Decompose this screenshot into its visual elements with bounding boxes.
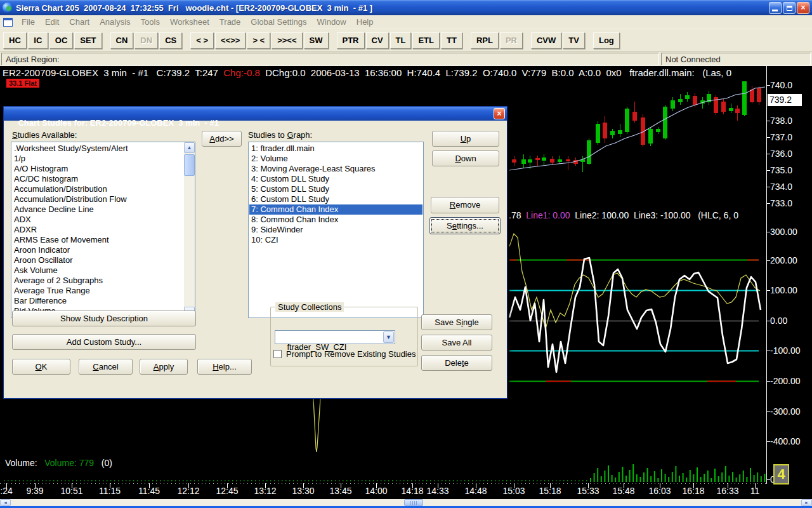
toolbar-button-sw[interactable]: SW (304, 32, 329, 49)
menu-item-trade[interactable]: Trade (214, 16, 246, 28)
toolbar-button-etl[interactable]: ETL (412, 32, 440, 49)
toolbar-button-tv[interactable]: TV (563, 32, 585, 49)
up-button[interactable]: Up (432, 131, 499, 147)
down-button[interactable]: Down (432, 150, 499, 166)
time-axis-label: 10:51 (56, 486, 87, 496)
time-axis-label: 14:00 (361, 486, 391, 496)
study-item[interactable]: .Worksheet Study/System/Alert (12, 144, 184, 154)
ok-button[interactable]: OK (12, 359, 70, 375)
toolbar-button-set[interactable]: SET (74, 32, 102, 49)
menu-item-chart[interactable]: Chart (64, 16, 95, 28)
menu-item-edit[interactable]: Edit (40, 16, 64, 28)
axis-label: -100.00 (770, 345, 800, 356)
dialog-close-button[interactable]: × (494, 108, 505, 119)
graph-study-item[interactable]: 4: Custom DLL Study (249, 174, 422, 184)
toolbar-button-ic[interactable]: IC (28, 32, 48, 49)
study-item[interactable]: ARMS Ease of Movement (12, 235, 184, 245)
save-all-button[interactable]: Save All (421, 335, 492, 351)
toolbar-button-cv[interactable]: CV (366, 32, 389, 49)
toolbar-button-x[interactable]: >><< (272, 32, 302, 49)
menu-item-window[interactable]: Window (312, 16, 351, 28)
study-item[interactable]: Average True Range (12, 286, 184, 296)
axis-label: 300.00 (770, 227, 797, 237)
toolbar-button-hc[interactable]: HC (3, 32, 27, 49)
collection-combo[interactable]: ftrader_SW_CZI ▼ (275, 330, 395, 344)
toolbar-button-log[interactable]: Log (593, 32, 620, 49)
study-collections-legend: Study Collections (275, 302, 344, 312)
menu-item-help[interactable]: Help (351, 16, 379, 28)
graph-study-item[interactable]: 5: Custom DLL Study (249, 184, 422, 194)
restore-icon (787, 6, 792, 11)
graph-study-item[interactable]: 8: Commod Chan Index (249, 215, 422, 225)
toolbar-button-oc[interactable]: OC (49, 32, 74, 49)
study-item[interactable]: Average of 2 Subgraphs (12, 276, 184, 286)
toolbar-button-tl[interactable]: TL (390, 32, 412, 49)
study-item[interactable]: Aroon Oscillator (12, 255, 184, 265)
listbox-scrollbar[interactable]: ▲ ▼ (184, 142, 195, 318)
cancel-button[interactable]: Cancel (79, 359, 133, 375)
save-single-button[interactable]: Save Single (421, 314, 492, 330)
graph-study-item[interactable]: 9: SideWinder (249, 225, 422, 235)
menu-item-global-settings[interactable]: Global Settings (246, 16, 311, 28)
help-button[interactable]: Help... (197, 359, 252, 375)
study-item[interactable]: AC/DC histogram (12, 174, 184, 184)
scroll-up-button[interactable]: ▲ (184, 142, 195, 153)
hscroll-thumb[interactable] (404, 499, 423, 506)
toolbar-button-cs[interactable]: CS (159, 32, 182, 49)
mdi-child-icon[interactable] (3, 18, 13, 27)
remove-button[interactable]: Remove (431, 197, 499, 213)
apply-button[interactable]: Apply (140, 359, 188, 375)
toolbar-button-cvw[interactable]: CVW (531, 32, 561, 49)
toolbar-button-ptr[interactable]: PTR (337, 32, 365, 49)
studies-available-label: Studies Available: (12, 130, 77, 140)
settings-button[interactable]: Settings... (429, 217, 501, 234)
restore-button[interactable] (783, 2, 796, 14)
hscroll-left-button[interactable]: ◄ (0, 499, 11, 506)
arrow-up-icon: ▲ (187, 145, 192, 150)
study-item[interactable]: ADX (12, 215, 184, 225)
study-item[interactable]: 1/p (12, 154, 184, 164)
minimize-button[interactable] (769, 2, 782, 14)
graph-study-item[interactable]: 3: Moving Average-Least Squares (249, 164, 422, 174)
toolbar-button-x[interactable]: > < (247, 32, 270, 49)
study-item[interactable]: Accumulation/Distribution Flow (12, 194, 184, 204)
toolbar-button-x[interactable]: <<>> (215, 32, 246, 49)
menu-item-tools[interactable]: Tools (136, 16, 165, 28)
study-item[interactable]: Ask Volume (12, 265, 184, 276)
prompt-remove-checkbox[interactable] (273, 350, 282, 358)
graph-study-item[interactable]: 7: Commod Chan Index (249, 204, 422, 215)
study-item[interactable]: Accumulation/Distribution (12, 184, 184, 194)
axis-label: -400.00 (770, 436, 800, 446)
menu-item-analysis[interactable]: Analysis (95, 16, 135, 28)
graph-study-item[interactable]: 1: ftrader.dll.main (249, 144, 422, 154)
dialog-titlebar[interactable]: Chart Studies for: ER2-200709-GLOBEX 3 m… (4, 107, 507, 121)
menu-item-worksheet[interactable]: Worksheet (165, 16, 214, 28)
add-button[interactable]: Add>> (202, 131, 242, 147)
delete-button[interactable]: Delete (421, 355, 492, 371)
chevron-down-icon: ▼ (386, 334, 391, 340)
show-study-description-button[interactable]: Show Study Description (12, 311, 196, 326)
graph-study-item[interactable]: 6: Custom DLL Study (249, 194, 422, 204)
toolbar-button-x[interactable]: < > (190, 32, 214, 49)
titlebar[interactable]: Sierra Chart 205 2007-08-24 17:32:55 Fri… (0, 0, 812, 15)
studies-to-graph-list[interactable]: 1: ftrader.dll.main2: Volume3: Moving Av… (248, 142, 424, 318)
scroll-thumb[interactable] (184, 154, 195, 176)
last-price-value: 739.2 (769, 95, 792, 105)
combo-dropdown-button[interactable]: ▼ (383, 331, 394, 343)
study-item[interactable]: ADXR (12, 225, 184, 235)
menu-item-file[interactable]: File (16, 16, 40, 28)
add-custom-study-button[interactable]: Add Custom Study... (12, 334, 196, 350)
toolbar-button-rpl[interactable]: RPL (471, 32, 499, 49)
study-item[interactable]: Advance Decline Line (12, 204, 184, 215)
study-item[interactable]: A/O Histogram (12, 164, 184, 174)
studies-available-list[interactable]: .Worksheet Study/System/Alert1/pA/O Hist… (11, 142, 195, 318)
h-scrollbar[interactable]: ◄ ► (0, 499, 812, 506)
toolbar-button-tt[interactable]: TT (441, 32, 462, 49)
hscroll-right-button[interactable]: ► (801, 499, 812, 506)
graph-study-item[interactable]: 10: CZI (249, 235, 422, 245)
close-button[interactable]: × (797, 2, 809, 14)
graph-study-item[interactable]: 2: Volume (249, 154, 422, 164)
study-item[interactable]: Bar Difference (12, 296, 184, 306)
study-item[interactable]: Aroon Indicator (12, 245, 184, 255)
toolbar-button-cn[interactable]: CN (110, 32, 134, 49)
